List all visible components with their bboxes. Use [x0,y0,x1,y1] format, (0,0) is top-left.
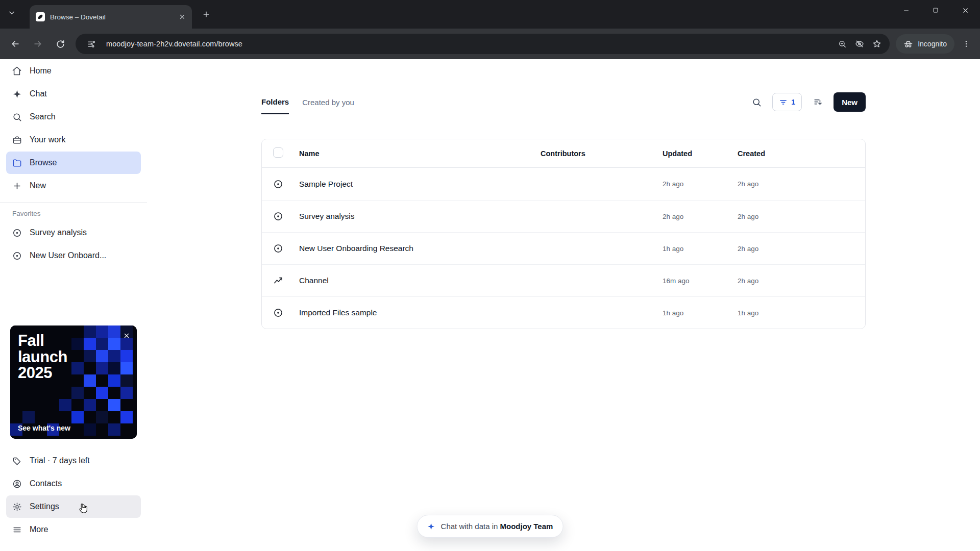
folder-icon [12,158,22,168]
reload-icon[interactable] [51,35,69,53]
sort-icon[interactable] [809,93,826,111]
sidebar-footer: Trial · 7 days left Contacts Settings Mo… [0,449,147,541]
tab-folders[interactable]: Folders [261,90,289,114]
promo-card-fall-launch[interactable]: Fall launch 2025 See what's new [10,325,137,439]
filter-count: 1 [791,98,795,106]
favorite-item-label: New User Onboard... [30,251,106,260]
row-updated: 1h ago [663,309,738,317]
browser-tab[interactable]: Browse – Dovetail [30,5,192,29]
dovetail-favicon-icon [36,12,45,21]
tab-created-by-you[interactable]: Created by you [302,90,354,114]
sidebar: Home Chat Search Your work Browse New Fa… [0,59,147,551]
chat-with-data-pill[interactable]: Chat with data in Moodjoy Team [417,515,564,538]
sparkle-icon [427,522,435,531]
promo-cta[interactable]: See what's new [18,424,70,432]
sidebar-item-search[interactable]: Search [6,106,141,128]
url-text[interactable]: moodjoy-team-2h2v.dovetail.com/browse [106,40,834,48]
sidebar-item-new[interactable]: New [6,174,141,197]
promo-title: Fall launch 2025 [18,333,79,381]
row-updated: 2h ago [663,213,738,220]
sidebar-item-label: Browse [30,158,57,167]
row-updated: 16m ago [663,277,738,285]
eye-off-icon[interactable] [851,35,868,53]
content-tabs-row: Folders Created by you 1 New [261,90,866,114]
site-info-icon[interactable] [83,35,100,53]
column-header-updated[interactable]: Updated [663,149,738,158]
table-row[interactable]: Survey analysis 2h ago 2h ago [262,200,865,232]
sidebar-item-label: Chat [30,89,47,98]
table-row[interactable]: Imported Files sample 1h ago 1h ago [262,296,865,329]
favorite-item-label: Survey analysis [30,228,87,237]
row-updated: 1h ago [663,245,738,253]
window-close-button[interactable] [950,0,980,20]
favorite-item-survey-analysis[interactable]: Survey analysis [6,221,141,244]
row-created: 1h ago [738,309,865,317]
sidebar-item-chat[interactable]: Chat [6,83,141,105]
bookmark-star-icon[interactable] [868,35,886,53]
window-maximize-button[interactable] [921,0,950,20]
sidebar-item-label: Settings [30,502,59,511]
window-minimize-button[interactable] [891,0,921,20]
project-target-icon [273,243,283,254]
column-header-created[interactable]: Created [738,149,865,158]
sidebar-item-settings[interactable]: Settings [6,495,141,518]
home-icon [12,66,22,76]
sidebar-item-contacts[interactable]: Contacts [6,472,141,495]
sidebar-item-your-work[interactable]: Your work [6,129,141,151]
table-row[interactable]: Sample Project 2h ago 2h ago [262,168,865,200]
table-row[interactable]: New User Onboarding Research 1h ago 2h a… [262,232,865,264]
new-folder-button[interactable]: New [834,92,866,112]
table-header: Name Contributors Updated Created [262,139,865,168]
row-name[interactable]: Imported Files sample [291,308,541,317]
promo-close-icon[interactable] [121,330,132,341]
row-created: 2h ago [738,213,865,220]
tab-strip: Browse – Dovetail [0,0,980,29]
sidebar-item-home[interactable]: Home [6,60,141,82]
favorite-item-new-user-onboarding[interactable]: New User Onboard... [6,244,141,267]
channel-icon [273,276,283,286]
sidebar-item-label: New [30,181,46,190]
target-icon [12,251,22,261]
row-name[interactable]: Channel [291,276,541,285]
target-icon [12,228,22,238]
column-header-contributors[interactable]: Contributors [541,149,663,158]
sparkle-icon [12,89,22,99]
search-icon [12,112,22,122]
chat-pill-text: Chat with data in Moodjoy Team [441,522,553,531]
sidebar-item-more[interactable]: More [6,518,141,541]
filter-icon [779,98,788,107]
new-tab-icon[interactable] [202,10,210,18]
sidebar-item-label: Search [30,112,56,121]
sidebar-item-label: Your work [30,135,66,144]
team-name: Moodjoy Team [500,522,553,531]
browser-toolbar: moodjoy-team-2h2v.dovetail.com/browse In… [0,29,980,59]
incognito-label: Incognito [918,40,947,48]
project-target-icon [273,179,283,189]
plus-icon [12,181,22,191]
back-icon[interactable] [6,35,24,53]
filter-button[interactable]: 1 [772,93,802,111]
url-bar[interactable]: moodjoy-team-2h2v.dovetail.com/browse [76,34,890,54]
sidebar-item-browse[interactable]: Browse [6,152,141,174]
tab-search-chevron-icon[interactable] [8,9,15,16]
sidebar-item-label: More [30,525,48,534]
forward-icon[interactable] [29,35,47,53]
sidebar-item-label: Home [30,66,52,76]
table-search-icon[interactable] [748,93,765,111]
zoom-icon[interactable] [834,35,851,53]
browser-chrome: Browse – Dovetail [0,0,980,59]
row-name[interactable]: New User Onboarding Research [291,244,541,253]
sidebar-item-trial[interactable]: Trial · 7 days left [6,449,141,472]
favorites-label: Favorites [12,210,147,217]
person-circle-icon [12,479,22,489]
column-header-name[interactable]: Name [291,149,541,158]
project-target-icon [273,211,283,221]
table-row[interactable]: Channel 16m ago 2h ago [262,264,865,296]
row-name[interactable]: Sample Project [291,180,541,189]
folders-table: Name Contributors Updated Created Sample… [261,139,866,329]
browser-menu-icon[interactable] [958,35,975,53]
select-all-checkbox[interactable] [273,147,283,158]
row-name[interactable]: Survey analysis [291,212,541,221]
window-controls [891,0,980,20]
tab-close-icon[interactable] [179,13,186,20]
